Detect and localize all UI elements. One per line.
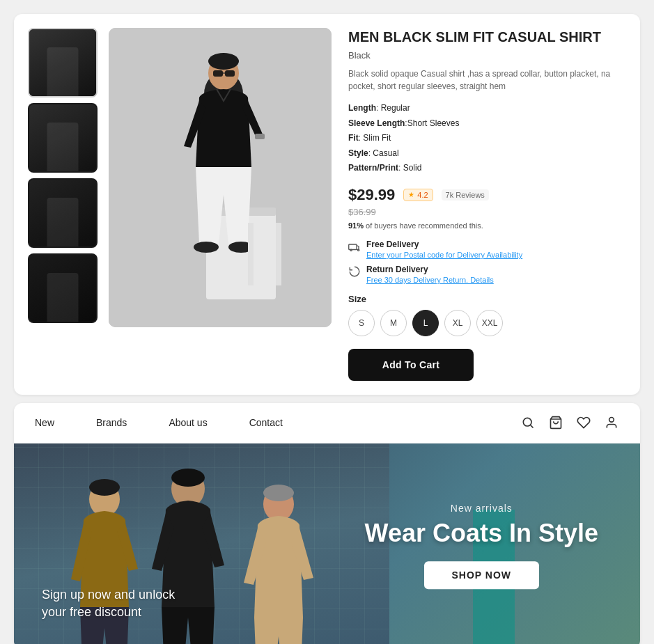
- product-attributes: Length: Regular Sleeve Length:Short Slee…: [348, 101, 626, 176]
- nav-contact[interactable]: Contact: [249, 417, 283, 428]
- new-arrivals-label: New arrivals: [365, 503, 598, 515]
- nav-links: New Brands About us Contact: [35, 417, 520, 428]
- product-title: MEN BLACK SLIM FIT CASUAL SHIRT: [348, 28, 626, 46]
- user-icon[interactable]: [604, 415, 619, 430]
- svg-point-5: [208, 53, 239, 70]
- signup-text: Sign up now and unlockyour free discount: [42, 586, 175, 621]
- svg-rect-6: [213, 70, 223, 77]
- hero-headline: Wear Coats In Style: [365, 520, 598, 548]
- svg-line-18: [531, 425, 534, 428]
- thumbnail-2[interactable]: [28, 103, 98, 173]
- price-current: $29.99: [348, 186, 395, 204]
- svg-point-15: [350, 249, 352, 251]
- hero-right-content: New arrivals Wear Coats In Style SHOP NO…: [365, 503, 598, 590]
- search-icon[interactable]: [520, 415, 536, 430]
- nav-icons: [520, 415, 619, 430]
- free-delivery-sub[interactable]: Enter your Postal code for Delivery Avai…: [366, 251, 522, 259]
- thumbnail-3[interactable]: [28, 178, 98, 248]
- thumbnail-4[interactable]: [28, 253, 98, 323]
- nav-new[interactable]: New: [35, 417, 54, 428]
- size-options: S M L XL XXL: [348, 310, 626, 336]
- svg-point-30: [263, 485, 294, 501]
- nav-brands[interactable]: Brands: [96, 417, 127, 428]
- reviews-link[interactable]: 7k Reviews: [442, 189, 489, 201]
- return-icon: [348, 265, 361, 278]
- product-color: Black: [348, 50, 626, 61]
- size-xxl[interactable]: XXL: [476, 310, 503, 336]
- product-card: MEN BLACK SLIM FIT CASUAL SHIRT Black Bl…: [14, 14, 640, 395]
- add-to-cart-button[interactable]: Add To Cart: [348, 349, 474, 381]
- nav-about[interactable]: About us: [169, 417, 207, 428]
- shop-now-button[interactable]: SHOP NOW: [424, 561, 540, 589]
- return-delivery-row: Return Delivery Free 30 days Delivery Re…: [348, 265, 626, 284]
- truck-icon: [348, 240, 361, 253]
- navbar: New Brands About us Contact: [14, 403, 640, 443]
- hero-banner: Sign up now and unlockyour free discount…: [14, 443, 640, 644]
- star-icon: ★: [408, 191, 414, 198]
- free-delivery-row: Free Delivery Enter your Postal code for…: [348, 239, 626, 259]
- svg-rect-13: [276, 223, 281, 285]
- wishlist-icon[interactable]: [576, 415, 591, 430]
- svg-rect-12: [248, 223, 254, 285]
- svg-point-26: [171, 469, 205, 487]
- size-s[interactable]: S: [348, 310, 375, 336]
- svg-rect-9: [255, 134, 265, 139]
- svg-rect-14: [349, 244, 357, 250]
- svg-point-10: [194, 242, 219, 253]
- product-details: MEN BLACK SLIM FIT CASUAL SHIRT Black Bl…: [343, 28, 626, 381]
- bottom-section: New Brands About us Contact: [14, 403, 640, 644]
- svg-point-16: [358, 249, 359, 251]
- rating-value: 4.2: [417, 191, 428, 199]
- price-section: $29.99 ★ 4.2 7k Reviews: [348, 186, 626, 204]
- size-m[interactable]: M: [380, 310, 407, 336]
- svg-point-20: [609, 418, 614, 423]
- svg-point-22: [89, 479, 120, 496]
- delivery-section: Free Delivery Enter your Postal code for…: [348, 239, 626, 284]
- size-xl[interactable]: XL: [444, 310, 471, 336]
- svg-point-17: [523, 418, 531, 427]
- return-delivery-sub[interactable]: Free 30 days Delivery Return. Details: [366, 276, 494, 284]
- free-delivery-title: Free Delivery: [366, 239, 522, 249]
- rating-badge: ★ 4.2: [403, 189, 433, 201]
- size-l[interactable]: L: [412, 310, 439, 336]
- size-label: Size: [348, 294, 626, 304]
- thumbnail-1[interactable]: [28, 28, 98, 97]
- product-description: Black solid opaque Casual shirt ,has a s…: [348, 68, 626, 93]
- hero-left-content: Sign up now and unlockyour free discount: [42, 586, 175, 621]
- recommend-text: 91% of buyers have recommended this.: [348, 221, 626, 230]
- return-delivery-title: Return Delivery: [366, 265, 494, 274]
- cart-icon[interactable]: [548, 415, 563, 430]
- main-product-image: [109, 28, 332, 327]
- thumbnail-list: [28, 28, 98, 381]
- svg-rect-7: [225, 70, 235, 77]
- size-section: Size S M L XL XXL: [348, 294, 626, 336]
- price-original: $36.99: [348, 207, 376, 217]
